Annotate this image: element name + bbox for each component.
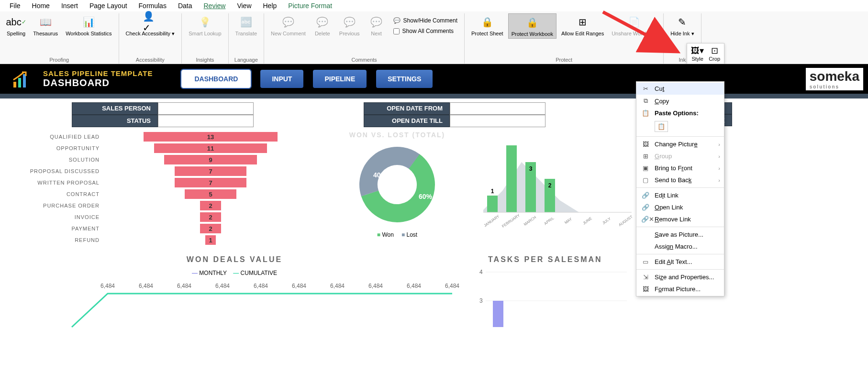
protect-sheet-button[interactable]: 🔒Protect Sheet (468, 13, 506, 38)
change-picture-icon: 🖼 (641, 141, 650, 148)
ctx-open-link[interactable]: 🔗Open Link (636, 201, 724, 213)
previous-comment-button[interactable]: 💬Previous (336, 13, 363, 38)
ctx-paste-default[interactable]: 📋 (655, 121, 668, 132)
ctx-edit-link[interactable]: 🔗Edit Link (636, 189, 724, 201)
ctx-save-picture[interactable]: Save as Picture... (636, 229, 724, 241)
alt-text-icon: ▭ (641, 258, 650, 265)
svg-rect-8 (487, 196, 498, 212)
filter-status-input[interactable] (158, 115, 254, 127)
new-comment-button[interactable]: 💬New Comment (268, 13, 309, 38)
menu-home[interactable]: Home (26, 1, 56, 11)
monthly-bar-chart: 1 3 2 JANUARY FEBRUARY MARCH APRIL MAY J… (474, 131, 636, 236)
svg-line-0 (603, 12, 675, 50)
svg-text:APRIL: APRIL (544, 216, 556, 226)
menu-picture-format[interactable]: Picture Format (282, 1, 338, 11)
group-comments-label: Comments (268, 56, 460, 64)
bring-front-icon: ▣ (641, 164, 650, 172)
menu-file[interactable]: File (4, 1, 26, 11)
ctx-paste-row: 📋 (636, 119, 724, 135)
lock-workbook-icon: 🔒 (524, 15, 540, 30)
group-proofing-label: Proofing (4, 56, 115, 64)
svg-text:6,484: 6,484 (292, 283, 306, 289)
nav-dashboard-button[interactable]: DASHBOARD (181, 70, 251, 88)
ctx-assign-macro[interactable]: Assign Macro... (636, 241, 724, 252)
page-title: DASHBOARD (43, 77, 153, 88)
thesaurus-button[interactable]: 📖Thesaurus (30, 13, 61, 38)
nav-pipeline-button[interactable]: PIPELINE (313, 70, 367, 88)
show-all-comments-toggle[interactable]: Show All Comments (390, 27, 460, 35)
ctx-bring-front[interactable]: ▣Bring to Front› (636, 162, 724, 174)
filter-bar: SALES PERSON STATUS OPEN DATE FROM OPEN … (0, 98, 868, 131)
picture-crop-button[interactable]: ⊡Crop (709, 45, 720, 62)
svg-text:MARCH: MARCH (523, 215, 537, 227)
ctx-remove-link[interactable]: 🔗✕Remove Link (636, 213, 724, 225)
crop-icon: ⊡ (711, 45, 718, 56)
picture-style-button[interactable]: 🖼▾Style (691, 45, 704, 62)
donut-chart: WON VS. LOST (TOTAL) 60% 40% Won Lost (325, 131, 469, 238)
menu-page-layout[interactable]: Page Layout (84, 1, 133, 11)
svg-text:6,484: 6,484 (445, 283, 459, 289)
ctx-size-props[interactable]: ⇲Size and Properties... (636, 271, 724, 283)
allow-edit-ranges-button[interactable]: ⊞Allow Edit Ranges (558, 13, 607, 38)
menu-insert[interactable]: Insert (56, 1, 84, 11)
translate-icon: 🔤 (238, 14, 254, 30)
svg-rect-2 (18, 78, 21, 88)
svg-text:6,484: 6,484 (407, 283, 421, 289)
filter-opendate-till-label: OPEN DATE TILL (364, 115, 450, 127)
ctx-edit-alt-text[interactable]: ▭Edit Alt Text... (636, 256, 724, 268)
header-strip (0, 94, 868, 98)
svg-text:AUGUST: AUGUST (618, 215, 634, 228)
protect-workbook-button[interactable]: 🔒Protect Workbook (508, 13, 556, 39)
filter-opendate-till-input[interactable] (450, 115, 545, 127)
svg-text:6,484: 6,484 (254, 283, 268, 289)
send-back-icon: ▢ (641, 176, 650, 184)
picture-style-icon: 🖼▾ (691, 45, 704, 56)
nav-input-button[interactable]: INPUT (260, 70, 303, 88)
svg-text:6,484: 6,484 (215, 283, 230, 289)
workbook-stats-button[interactable]: 📊Workbook Statistics (63, 13, 114, 38)
svg-text:JULY: JULY (601, 216, 612, 225)
filter-salesperson-input[interactable] (158, 102, 254, 115)
svg-text:3: 3 (479, 297, 483, 304)
format-picture-icon: 🖼 (641, 285, 650, 293)
template-title: SALES PIPELINE TEMPLATE (43, 69, 153, 77)
filter-status-label: STATUS (72, 115, 158, 127)
show-all-checkbox[interactable] (393, 28, 400, 34)
ctx-format-picture[interactable]: 🖼Format Picture... (636, 283, 724, 295)
svg-text:6,484: 6,484 (139, 283, 153, 289)
size-icon: ⇲ (641, 274, 650, 281)
menu-review[interactable]: Review (198, 1, 232, 11)
nav-settings-button[interactable]: SETTINGS (376, 70, 433, 88)
ctx-send-back[interactable]: ▢Send to Back› (636, 174, 724, 186)
check-accessibility-button[interactable]: 👤✓Check Accessibility ▾ (123, 13, 178, 38)
menu-view[interactable]: View (231, 1, 257, 11)
showhide-comment-toggle[interactable]: 💬Show/Hide Comment (390, 16, 460, 25)
delete-comment-button[interactable]: 💬Delete (311, 13, 334, 38)
comment-prev-icon: 💬 (342, 14, 357, 30)
menu-formulas[interactable]: Formulas (133, 1, 172, 11)
smart-lookup-button[interactable]: 💡Smart Lookup (186, 13, 224, 38)
ctx-copy[interactable]: ⧉Copy (636, 95, 724, 107)
svg-text:6,484: 6,484 (368, 283, 383, 289)
tasks-bar-chart: 4 3 (474, 267, 632, 329)
next-comment-button[interactable]: 💬Next (365, 13, 389, 38)
abc-check-icon: abc✓ (9, 14, 24, 30)
menu-data[interactable]: Data (172, 1, 198, 11)
won-deals-line-chart: 6,4846,4846,4846,4846,4846,4846,4846,484… (67, 279, 459, 332)
stats-icon: 📊 (81, 14, 96, 30)
brand-logo: somekasolutions (806, 68, 863, 90)
spelling-button[interactable]: abc✓Spelling (4, 13, 28, 38)
funnel-chart: QUALIFIED LEAD13OPPORTUNITY11SOLUTION9PR… (10, 131, 316, 246)
ctx-change-picture[interactable]: 🖼Change Picture› (636, 138, 724, 150)
link-icon: 🔗 (641, 192, 650, 199)
picture-mini-toolbar: 🖼▾Style ⊡Crop (687, 43, 724, 64)
filter-opendate-from-input[interactable] (450, 102, 545, 115)
menu-help[interactable]: Help (257, 1, 283, 11)
copy-icon: ⧉ (641, 97, 650, 105)
ctx-group[interactable]: ⊞Group› (636, 150, 724, 162)
translate-button[interactable]: 🔤Translate (233, 13, 260, 38)
group-insights-label: Insights (186, 56, 224, 64)
ctx-cut[interactable]: ✂Cut (636, 83, 724, 95)
menu-bar: File Home Insert Page Layout Formulas Da… (0, 0, 868, 11)
svg-text:60%: 60% (419, 193, 433, 200)
